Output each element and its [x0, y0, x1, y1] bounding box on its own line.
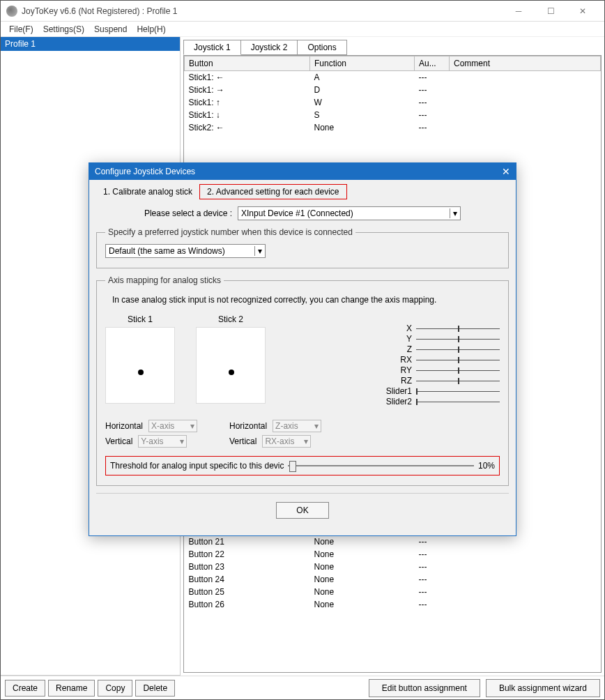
dialog-close-icon[interactable]: ✕	[502, 166, 510, 177]
axis-mapping-hint: In case analog stick input is not recogn…	[112, 295, 500, 305]
table-row[interactable]: Button 22None---	[185, 548, 601, 561]
table-row[interactable]: Button 24None---	[185, 573, 601, 586]
stick2-horizontal-select[interactable]: Z-axis▾	[273, 420, 321, 432]
threshold-slider[interactable]	[288, 465, 474, 466]
tab-options[interactable]: Options	[297, 40, 346, 55]
window-title: JoyToKey v6.6 (Not Registered) : Profile…	[22, 6, 503, 16]
table-row[interactable]: Button 23None---	[185, 561, 601, 573]
menubar: File(F) Settings(S) Suspend Help(H)	[1, 22, 604, 37]
profile-item[interactable]: Profile 1	[1, 37, 180, 51]
col-au[interactable]: Au...	[415, 56, 450, 71]
titlebar: JoyToKey v6.6 (Not Registered) : Profile…	[1, 1, 604, 22]
menu-file[interactable]: File(F)	[5, 23, 38, 36]
menu-help[interactable]: Help(H)	[132, 23, 169, 36]
dialog-tab-advanced[interactable]: 2. Advanced setting for each device	[199, 184, 346, 199]
minimize-button[interactable]: ─	[503, 1, 535, 22]
stick2-label: Stick 2	[196, 314, 266, 324]
col-function[interactable]: Function	[310, 56, 415, 71]
dropdown-icon: ▾	[450, 208, 457, 218]
threshold-row: Threshold for analog input specific to t…	[105, 456, 500, 475]
menu-suspend[interactable]: Suspend	[90, 23, 131, 36]
rename-button[interactable]: Rename	[48, 680, 95, 697]
table-row[interactable]: Stick1: ↑W---	[185, 96, 601, 109]
preferred-number-group: Specify a preferred joystick number when…	[96, 227, 509, 268]
table-row[interactable]: Stick1: →D---	[185, 84, 601, 96]
col-comment[interactable]: Comment	[450, 56, 601, 71]
bottom-toolbar: Create Rename Copy Delete Edit button as…	[1, 676, 604, 699]
stick2-vertical-select[interactable]: RX-axis▾	[262, 435, 311, 448]
create-button[interactable]: Create	[5, 680, 45, 697]
stick1-vertical-select[interactable]: Y-axis▾	[138, 435, 187, 448]
preferred-number-select[interactable]: Default (the same as Windows) ▾	[105, 244, 266, 258]
table-row[interactable]: Button 26None---	[185, 598, 601, 611]
stick2-visual	[196, 327, 266, 404]
col-button[interactable]: Button	[185, 56, 310, 71]
stick1-label: Stick 1	[105, 314, 175, 324]
threshold-label: Threshold for analog input specific to t…	[110, 461, 284, 471]
copy-button[interactable]: Copy	[98, 680, 132, 697]
tab-joystick-1[interactable]: Joystick 1	[183, 40, 241, 55]
axis-monitor: X Y Z RX RY RZ Slider1 Slider2	[384, 310, 500, 407]
stick1-visual	[105, 327, 175, 404]
ok-button[interactable]: OK	[276, 502, 328, 519]
axis-mapping-group: Axis mapping for analog sticks In case a…	[96, 275, 509, 486]
table-row[interactable]: Stick1: ↓S---	[185, 109, 601, 121]
configure-joystick-dialog: Configure Joystick Devices ✕ 1. Calibrat…	[89, 162, 516, 536]
threshold-value: 10%	[478, 461, 495, 471]
edit-assignment-button[interactable]: Edit button assignment	[369, 679, 480, 697]
dialog-tab-calibrate[interactable]: 1. Calibrate analog stick	[96, 185, 199, 199]
device-select[interactable]: XInput Device #1 (Connected) ▾	[238, 206, 461, 220]
app-icon	[6, 6, 17, 17]
table-row[interactable]: Button 25None---	[185, 586, 601, 598]
close-button[interactable]: ✕	[567, 1, 599, 22]
table-row[interactable]: Button 21None---	[185, 535, 601, 548]
menu-settings[interactable]: Settings(S)	[39, 23, 89, 36]
dropdown-icon: ▾	[254, 246, 262, 256]
maximize-button[interactable]: ☐	[535, 1, 567, 22]
joystick-tabs: Joystick 1 Joystick 2 Options	[181, 37, 604, 55]
stick1-horizontal-select[interactable]: X-axis▾	[148, 420, 197, 432]
tab-joystick-2[interactable]: Joystick 2	[240, 40, 298, 55]
table-row[interactable]: Stick2: ←None---	[185, 121, 601, 134]
device-select-label: Please select a device :	[144, 208, 232, 218]
table-row[interactable]: Stick1: ←A---	[185, 71, 601, 84]
dialog-title: Configure Joystick Devices	[95, 167, 195, 176]
bulk-wizard-button[interactable]: Bulk assignment wizard	[486, 679, 600, 697]
delete-button[interactable]: Delete	[135, 680, 175, 697]
